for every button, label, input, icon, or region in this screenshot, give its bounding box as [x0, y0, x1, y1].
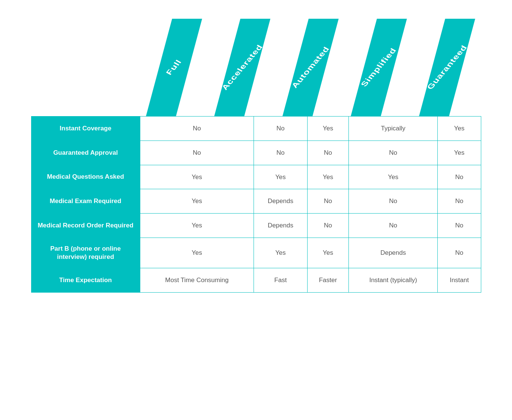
- cell-4-3: No: [349, 214, 438, 238]
- col-header-inner-2: Automated: [282, 19, 339, 116]
- table-row: Time ExpectationMost Time ConsumingFastF…: [31, 268, 481, 293]
- cell-3-4: No: [438, 189, 481, 214]
- cell-5-0: Yes: [140, 238, 254, 268]
- cell-6-3: Instant (typically): [349, 268, 438, 293]
- table-row: Instant CoverageNoNoYesTypicallyYes: [31, 117, 481, 141]
- data-table: Instant CoverageNoNoYesTypicallyYesGuara…: [31, 116, 481, 293]
- cell-0-0: No: [140, 117, 254, 141]
- col-header-label-1: Accelerated: [219, 44, 266, 91]
- cell-1-1: No: [254, 140, 307, 165]
- cell-1-3: No: [349, 140, 438, 165]
- row-header-5: Part B (phone or online interview) requi…: [31, 238, 140, 268]
- cell-4-2: No: [307, 214, 349, 238]
- row-header-3: Medical Exam Required: [31, 189, 140, 214]
- cell-6-2: Faster: [307, 268, 349, 293]
- cell-4-1: Depends: [254, 214, 307, 238]
- cell-3-2: No: [307, 189, 349, 214]
- cell-4-0: Yes: [140, 214, 254, 238]
- cell-0-3: Typically: [349, 117, 438, 141]
- col-header-inner-1: Accelerated: [214, 19, 270, 116]
- cell-5-4: No: [438, 238, 481, 268]
- cell-2-4: No: [438, 165, 481, 189]
- header-row: FullAcceleratedAutomatedSimplifiedGuaran…: [31, 11, 481, 116]
- cell-6-4: Instant: [438, 268, 481, 293]
- table-row: Medical Record Order RequiredYesDependsN…: [31, 214, 481, 238]
- table-container: FullAcceleratedAutomatedSimplifiedGuaran…: [31, 11, 481, 293]
- row-header-4: Medical Record Order Required: [31, 214, 140, 238]
- col-header-label-2: Automated: [289, 46, 332, 89]
- col-header-label-0: Full: [164, 59, 185, 76]
- cell-6-1: Fast: [254, 268, 307, 293]
- cell-4-4: No: [438, 214, 481, 238]
- cell-3-3: No: [349, 189, 438, 214]
- cell-2-3: Yes: [349, 165, 438, 189]
- header-columns: FullAcceleratedAutomatedSimplifiedGuaran…: [140, 19, 481, 116]
- comparison-table-wrapper: FullAcceleratedAutomatedSimplifiedGuaran…: [31, 11, 481, 293]
- cell-0-1: No: [254, 117, 307, 141]
- cell-2-0: Yes: [140, 165, 254, 189]
- row-header-6: Time Expectation: [31, 268, 140, 293]
- cell-0-4: Yes: [438, 117, 481, 141]
- table-row: Part B (phone or online interview) requi…: [31, 238, 481, 268]
- col-header-label-4: Guaranteed: [424, 45, 470, 90]
- cell-5-2: Yes: [307, 238, 349, 268]
- cell-3-0: Yes: [140, 189, 254, 214]
- cell-5-3: Depends: [349, 238, 438, 268]
- row-header-0: Instant Coverage: [31, 117, 140, 141]
- col-header-simplified: Simplified: [345, 19, 413, 116]
- col-header-inner-3: Simplified: [351, 19, 407, 116]
- cell-1-0: No: [140, 140, 254, 165]
- col-header-inner-4: Guaranteed: [419, 19, 475, 116]
- table-row: Medical Exam RequiredYesDependsNoNoNo: [31, 189, 481, 214]
- table-row: Guaranteed ApprovalNoNoNoNoYes: [31, 140, 481, 165]
- table-row: Medical Questions AskedYesYesYesYesNo: [31, 165, 481, 189]
- cell-2-2: Yes: [307, 165, 349, 189]
- cell-3-1: Depends: [254, 189, 307, 214]
- row-header-1: Guaranteed Approval: [31, 140, 140, 165]
- col-header-inner-0: Full: [146, 19, 202, 116]
- row-header-2: Medical Questions Asked: [31, 165, 140, 189]
- col-header-full: Full: [140, 19, 208, 116]
- col-header-automated: Automated: [276, 19, 345, 116]
- cell-0-2: Yes: [307, 117, 349, 141]
- cell-5-1: Yes: [254, 238, 307, 268]
- cell-1-4: Yes: [438, 140, 481, 165]
- col-header-accelerated: Accelerated: [208, 19, 276, 116]
- cell-6-0: Most Time Consuming: [140, 268, 254, 293]
- col-header-guaranteed: Guaranteed: [413, 19, 481, 116]
- cell-2-1: Yes: [254, 165, 307, 189]
- col-header-label-3: Simplified: [358, 48, 399, 88]
- cell-1-2: No: [307, 140, 349, 165]
